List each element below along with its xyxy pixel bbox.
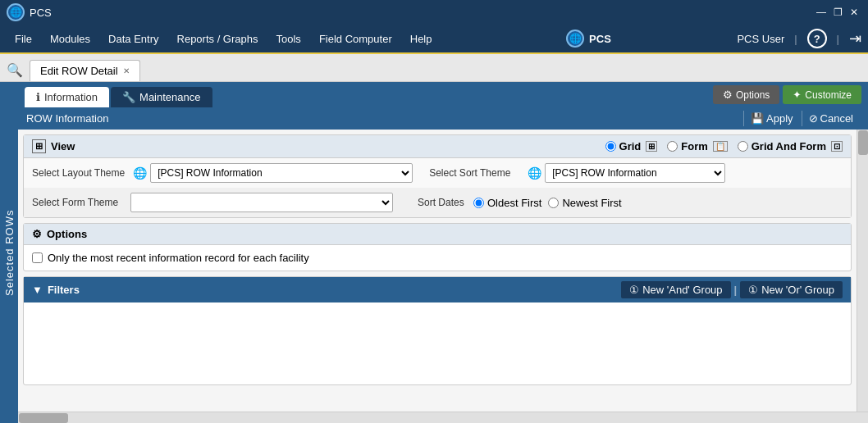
menu-help[interactable]: Help [402, 30, 441, 48]
options-body: Only the most recent information record … [24, 245, 851, 271]
form-theme-select[interactable] [130, 193, 393, 212]
menu-file[interactable]: File [7, 30, 40, 48]
sort-dates-label: Sort Dates [418, 197, 467, 208]
menu-data-entry[interactable]: Data Entry [100, 30, 167, 48]
radio-form-input[interactable] [667, 141, 678, 152]
content-area: ℹ Information 🔧 Maintenance ⚙ ⚙ Options … [18, 82, 868, 423]
help-button[interactable]: ? [807, 29, 827, 48]
save-icon: 💾 [751, 112, 764, 125]
close-button[interactable]: ✕ [847, 5, 861, 20]
radio-grid[interactable]: Grid ⊞ [605, 140, 658, 152]
radio-newest-input[interactable] [548, 198, 559, 208]
menubar-right: PCS User | ? | ⇥ [737, 29, 861, 48]
vertical-scrollbar[interactable] [857, 130, 868, 412]
recent-record-checkbox[interactable] [32, 252, 43, 263]
options-title: Options [47, 228, 87, 240]
titlebar: 🌐 PCS — ❐ ✕ [0, 0, 868, 25]
radio-form[interactable]: Form 📋 [667, 140, 728, 152]
panel-body: ⊞ View Grid ⊞ Form [18, 130, 857, 412]
filter-buttons: ① New 'And' Group | ① New 'Or' Group [621, 281, 843, 298]
radio-oldest-input[interactable] [473, 198, 484, 208]
filters-body [24, 302, 851, 384]
view-header-left: ⊞ View [32, 139, 75, 153]
cancel-icon: ⊘ [809, 112, 818, 125]
filters-header-left: ▼ Filters [32, 284, 80, 296]
radio-oldest-first[interactable]: Oldest First [473, 197, 541, 209]
tab-information[interactable]: ℹ Information [25, 87, 109, 107]
new-and-group-button[interactable]: ① New 'And' Group [621, 281, 730, 298]
recent-record-label: Only the most recent information record … [48, 252, 309, 264]
layout-theme-label: Select Layout Theme [32, 167, 125, 179]
user-text: PCS User [737, 33, 784, 45]
sort-dates-section: Sort Dates Oldest First Newest First [418, 197, 622, 209]
form-view-icon: 📋 [713, 141, 728, 152]
layout-globe-icon: 🌐 [133, 166, 147, 180]
new-or-group-button[interactable]: ① New 'Or' Group [740, 281, 843, 298]
pcs-logo: 🌐 PCS [566, 30, 611, 48]
menu-field-computer[interactable]: Field Computer [311, 30, 400, 48]
minimize-button[interactable]: — [814, 5, 829, 20]
filters-section: ▼ Filters ① New 'And' Group | ① New ' [23, 276, 852, 385]
radio-grid-and-form-label: Grid And Form [752, 140, 826, 152]
options-button[interactable]: ⚙ ⚙ Options Options [713, 85, 779, 104]
sort-theme-select[interactable]: [PCS] ROW Information [545, 163, 725, 183]
h-scrollbar-thumb[interactable] [19, 413, 68, 423]
logout-button[interactable]: ⇥ [849, 30, 861, 48]
search-area: 🔍 [7, 62, 23, 78]
filters-header: ▼ Filters ① New 'And' Group | ① New ' [24, 277, 851, 302]
view-radio-group: Grid ⊞ Form 📋 Grid And Form [605, 140, 843, 152]
logo-text: PCS [589, 33, 611, 45]
apply-label: Apply [766, 112, 793, 125]
radio-grid-and-form-input[interactable] [738, 141, 748, 152]
menu-reports-graphs[interactable]: Reports / Graphs [169, 30, 267, 48]
radio-grid-and-form[interactable]: Grid And Form ⊡ [738, 140, 843, 152]
tab-label: Edit ROW Detail [40, 65, 118, 77]
view-section-header: ⊞ View Grid ⊞ Form [24, 135, 851, 158]
grid-view-icon: ⊞ [646, 141, 657, 152]
radio-grid-input[interactable] [605, 141, 616, 152]
information-tab-label: Information [44, 91, 98, 103]
horizontal-scrollbar[interactable] [18, 412, 868, 423]
layout-theme-select[interactable]: [PCS] ROW Information [150, 163, 413, 183]
scrollbar-thumb[interactable] [858, 130, 868, 155]
newest-label: Newest First [562, 197, 621, 209]
tabbar: 🔍 Edit ROW Detail ✕ [0, 54, 868, 82]
cancel-button[interactable]: ⊘ Cancel [802, 111, 860, 126]
search-icon[interactable]: 🔍 [7, 62, 23, 78]
row-info-bar: ROW Information 💾 Apply ⊘ Cancel [18, 107, 868, 130]
filter-icon: ▼ [32, 284, 43, 296]
sidebar[interactable]: Selected ROWs [0, 82, 18, 423]
options-section: ⚙ Options Only the most recent informati… [23, 223, 852, 271]
grid-form-view-icon: ⊡ [831, 141, 843, 152]
menu-modules[interactable]: Modules [42, 30, 98, 48]
menu-tools[interactable]: Tools [268, 30, 309, 48]
filter-separator: | [734, 284, 738, 296]
radio-newest-first[interactable]: Newest First [548, 197, 621, 209]
menubar: File Modules Data Entry Reports / Graphs… [0, 25, 868, 54]
row-info-label: ROW Information [26, 112, 108, 125]
panel-with-scrollbar: ⊞ View Grid ⊞ Form [18, 130, 868, 412]
view-form-row1: Select Layout Theme 🌐 [PCS] ROW Informat… [24, 158, 851, 188]
customize-button[interactable]: ✦ Customize [783, 85, 861, 104]
tab-edit-row-detail[interactable]: Edit ROW Detail ✕ [30, 60, 140, 81]
view-section: ⊞ View Grid ⊞ Form [23, 134, 852, 218]
sort-select-wrapper: 🌐 [PCS] ROW Information [528, 163, 725, 183]
customize-icon: ✦ [793, 89, 802, 101]
inner-tabs-container: ℹ Information 🔧 Maintenance [18, 82, 706, 107]
inner-tabs-wrapper: ℹ Information 🔧 Maintenance ⚙ ⚙ Options … [18, 82, 868, 107]
main-content: Selected ROWs ℹ Information 🔧 Maintenanc… [0, 82, 868, 423]
restore-button[interactable]: ❐ [830, 5, 845, 20]
tab-close-button[interactable]: ✕ [123, 66, 130, 75]
filters-title: Filters [48, 284, 80, 296]
view-title: View [51, 140, 75, 152]
logo-globe-icon: 🌐 [566, 30, 584, 48]
maintenance-tab-label: Maintenance [139, 91, 200, 103]
new-and-label: New 'And' Group [642, 284, 722, 296]
row-info-actions: 💾 Apply ⊘ Cancel [743, 111, 860, 126]
apply-button[interactable]: 💾 Apply [743, 111, 800, 126]
app-icon: 🌐 [7, 3, 25, 21]
cancel-label: Cancel [820, 112, 853, 125]
oldest-label: Oldest First [487, 197, 541, 209]
separator1: | [794, 33, 797, 45]
tab-maintenance[interactable]: 🔧 Maintenance [111, 87, 212, 107]
